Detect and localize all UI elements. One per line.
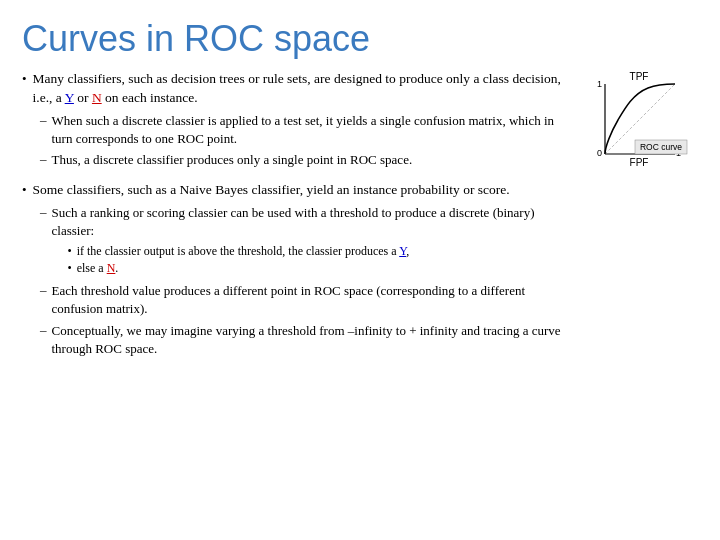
sub-item-1-1: – When such a discrete classier is appli… — [40, 112, 573, 148]
sub-sub-bullet-1: • — [68, 243, 72, 260]
sub-text-1-1: When such a discrete classier is applied… — [52, 112, 574, 148]
bullet-text-1: Many classifiers, such as decision trees… — [33, 70, 573, 108]
sub-item-2-2: – Each threshold value produces a differ… — [40, 282, 573, 318]
sub-item-2-1-content: Such a ranking or scoring classier can b… — [52, 204, 574, 279]
bullet-section-1: • Many classifiers, such as decision tre… — [22, 70, 573, 169]
dash-1-2: – — [40, 151, 47, 169]
bullet1-n: N — [92, 90, 102, 105]
sub-text-2-2: Each threshold value produces a differen… — [52, 282, 574, 318]
origin-label: 0 — [597, 148, 602, 158]
bullet-dot-1: • — [22, 71, 27, 108]
sub-text-1-2: Thus, a discrete classifier produces onl… — [52, 151, 413, 169]
bullet1-between: or — [74, 90, 92, 105]
ss-after-y: , — [406, 244, 409, 258]
page-title: Curves in ROC space — [22, 18, 698, 60]
sub-item-2-1: – Such a ranking or scoring classier can… — [40, 204, 573, 279]
ss-before-n: else a — [77, 261, 107, 275]
dash-1-1: – — [40, 112, 47, 148]
roc-curve-svg: TPF 1 0 1 FPF ROC curve — [583, 72, 695, 177]
sub-sub-bullet-2: • — [68, 260, 72, 277]
bullet-section-2: • Some classifiers, such as a Naive Baye… — [22, 181, 573, 358]
dash-2-3: – — [40, 322, 47, 358]
sub-item-1-2: – Thus, a discrete classifier produces o… — [40, 151, 573, 169]
text-area: • Many classifiers, such as decision tre… — [22, 70, 573, 370]
dash-2-1: – — [40, 204, 47, 279]
bullet-item-2: • Some classifiers, such as a Naive Baye… — [22, 181, 573, 200]
ss-before-y: if the classier output is above the thre… — [77, 244, 399, 258]
bullet-text-2: Some classifiers, such as a Naive Bayes … — [33, 181, 510, 200]
tpf-label: TPF — [630, 72, 649, 82]
bullet-dot-2: • — [22, 182, 27, 200]
sub-sub-text-2-1-1: if the classier output is above the thre… — [77, 243, 410, 260]
fpf-label: FPF — [630, 157, 649, 168]
bullet1-y: Y — [65, 90, 74, 105]
sub-item-2-3: – Conceptually, we may imagine varying a… — [40, 322, 573, 358]
sub-list-1: – When such a discrete classier is appli… — [40, 112, 573, 170]
sub-sub-text-2-1-2: else a N. — [77, 260, 119, 277]
sub-sub-item-2-1-1: • if the classier output is above the th… — [68, 243, 574, 260]
content-area: • Many classifiers, such as decision tre… — [22, 70, 698, 370]
bullet-item-1: • Many classifiers, such as decision tre… — [22, 70, 573, 108]
sub-sub-list-2-1: • if the classier output is above the th… — [68, 243, 574, 278]
roc-curve-label: ROC curve — [640, 142, 682, 152]
sub-sub-item-2-1-2: • else a N. — [68, 260, 574, 277]
sub-text-2-3: Conceptually, we may imagine varying a t… — [52, 322, 574, 358]
ss-after-n: . — [115, 261, 118, 275]
sub-list-2: – Such a ranking or scoring classier can… — [40, 204, 573, 358]
y-max-label: 1 — [597, 79, 602, 89]
roc-diagram: TPF 1 0 1 FPF ROC curve — [583, 72, 698, 370]
bullet1-after: on each instance. — [102, 90, 198, 105]
dash-2-2: – — [40, 282, 47, 318]
sub-text-2-1: Such a ranking or scoring classier can b… — [52, 205, 535, 238]
